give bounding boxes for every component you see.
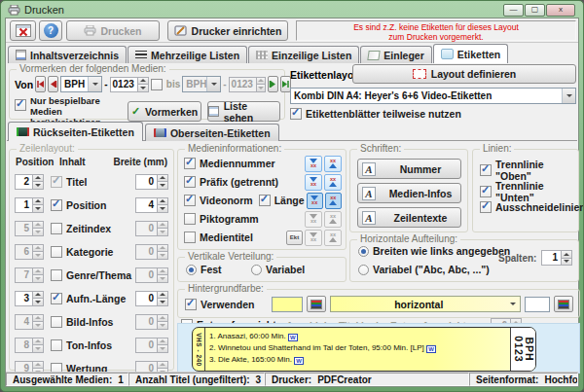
spin-up[interactable] — [157, 291, 168, 300]
first-medium-button[interactable] — [35, 76, 46, 92]
tab-inhaltsverzeichnis[interactable]: Inhaltsverzeichnis — [8, 46, 127, 63]
font-medien-infos-button[interactable]: A Medien-Infos — [357, 183, 461, 203]
spin-down[interactable] — [32, 182, 44, 190]
move-down-button[interactable]: xx — [305, 174, 322, 191]
move-up-button[interactable]: xx — [324, 174, 342, 191]
tab-etiketten[interactable]: Etiketten — [433, 44, 508, 63]
layout-definieren-button[interactable]: Layout definieren — [352, 64, 576, 84]
spin-up[interactable] — [32, 174, 44, 183]
move-up-button[interactable]: xx — [325, 193, 342, 209]
close-button[interactable]: x — [546, 4, 575, 17]
last-medium-button[interactable] — [280, 76, 291, 92]
spalten-spinner[interactable]: 1 — [541, 250, 572, 266]
vormerken-button[interactable]: ✓ Vormerken — [128, 101, 201, 122]
gradient-picker-button[interactable] — [307, 296, 326, 312]
spine-text: VHS - 240 — [196, 333, 202, 367]
spin-down[interactable] — [561, 259, 572, 267]
gradient-picker-button-2[interactable] — [554, 296, 573, 312]
position-spinner[interactable]: 2 — [15, 174, 44, 190]
spin-down[interactable] — [157, 299, 168, 306]
status-label: Drucker: — [272, 374, 311, 385]
zeitindex-checkbox[interactable]: Zeitindex — [51, 223, 135, 234]
praefix-checkbox[interactable]: Präfix (getrennt) — [184, 176, 303, 188]
zeilen-row-bild-infos: 4 Bild-Infos 0 — [15, 313, 168, 330]
checkbox-box — [151, 79, 163, 90]
dropdown-arrow-icon[interactable] — [562, 89, 575, 103]
dropdown-arrow-icon[interactable] — [88, 77, 101, 91]
spin-up[interactable] — [32, 197, 44, 206]
statusbar: Ausgewählte Medien: 1 Anzahl Titel (unge… — [6, 372, 578, 386]
genre-checkbox[interactable]: Genre/Thema — [51, 269, 135, 281]
radio-label: Variabel — [266, 264, 305, 275]
spin-up[interactable] — [157, 197, 168, 206]
move-down-button: xx — [305, 211, 322, 228]
move-down-button[interactable]: xx — [307, 193, 323, 209]
position-spinner[interactable]: 1 — [15, 197, 44, 213]
spin-down[interactable] — [157, 182, 168, 190]
move-down-button[interactable]: xx — [305, 156, 322, 172]
trennlinie-oben-checkbox[interactable]: Trennlinie "Oben" — [480, 159, 578, 182]
maximize-button[interactable]: ▢ — [525, 4, 545, 17]
variabel-radio[interactable]: Variabel — [251, 264, 305, 275]
partial-sheets-checkbox[interactable]: Etikettenblätter teilweise nutzen — [290, 108, 461, 120]
breiten-wie-links-radio[interactable]: Breiten wie links angegeben — [358, 245, 510, 257]
aufn-laenge-checkbox[interactable]: Aufn.-Länge — [51, 293, 135, 304]
bild-infos-checkbox[interactable]: Bild-Infos — [51, 316, 135, 328]
spin-down[interactable] — [157, 205, 168, 213]
liste-sehen-button[interactable]: Liste sehen — [207, 101, 280, 122]
prev-medium-button[interactable] — [48, 76, 58, 92]
tab-oberseiten-etiketten[interactable]: Oberseiten-Etiketten — [145, 124, 279, 141]
from-number-spinner[interactable]: 0123 — [110, 77, 149, 92]
kategorie-checkbox[interactable]: Kategorie — [51, 246, 135, 258]
media-range-row: Von BPH - 0123 bis BPH — [15, 76, 280, 92]
tab-mehrzeilige-listen[interactable]: Mehrzeilige Listen — [128, 46, 247, 63]
tab-rueckseiten-etiketten[interactable]: Rückseiten-Etiketten — [8, 122, 143, 141]
color-swatch-yellow[interactable] — [272, 297, 303, 312]
spin-down[interactable] — [137, 85, 149, 92]
spin-down[interactable] — [32, 299, 44, 306]
spin-up[interactable] — [137, 77, 149, 86]
spin-up[interactable] — [32, 291, 44, 300]
spin-down — [256, 85, 266, 92]
spin-down[interactable] — [32, 205, 44, 213]
medientitel-checkbox[interactable]: Medientitel — [184, 232, 284, 243]
font-zeilentexte-button[interactable]: A Zeilentexte — [357, 207, 461, 228]
position-checkbox[interactable]: Position — [51, 199, 135, 211]
breite-spinner[interactable]: 0 — [135, 291, 168, 306]
move-up-button[interactable]: xx — [324, 156, 342, 172]
spin-down — [157, 275, 168, 283]
tab-einleger[interactable]: Einleger — [360, 46, 431, 63]
verwenden-checkbox[interactable]: Verwenden — [185, 299, 254, 310]
range-dash: - — [104, 79, 107, 89]
fest-radio[interactable]: Fest — [186, 264, 222, 275]
help-button[interactable]: ? — [39, 20, 62, 41]
ekt-button[interactable]: Ekt — [286, 231, 303, 245]
font-nummer-button[interactable]: A Nummer — [357, 159, 461, 179]
bis-checkbox[interactable]: bis — [151, 79, 180, 90]
variabel-abc-radio[interactable]: Variabel ("Abc, Abc, ...") — [358, 264, 490, 275]
ausschneidelinien-checkbox[interactable]: Ausschneidelinien — [480, 201, 584, 213]
next-medium-button[interactable] — [268, 76, 278, 92]
from-prefix-combo[interactable]: BPH — [60, 76, 102, 92]
position-spinner[interactable]: 3 — [15, 291, 44, 306]
etikettenlayout-combo[interactable]: Kombi DIN A4: Heyer's 6+6 Video-Etikette… — [290, 88, 576, 104]
tab-label: Einleger — [383, 50, 423, 61]
ton-infos-checkbox[interactable]: Ton-Infos — [51, 339, 135, 351]
trennlinie-unten-checkbox[interactable]: Trennlinie "Unten" — [480, 180, 578, 203]
breite-spinner[interactable]: 0 — [135, 174, 168, 190]
dropdown-arrow-icon[interactable] — [506, 297, 520, 311]
piktogramm-checkbox[interactable]: Piktogramm — [184, 213, 303, 225]
medien-row-medientitel: Medientitel Ekt xx xx — [184, 229, 342, 246]
color-swatch-white[interactable] — [525, 297, 550, 312]
breite-spinner[interactable]: 4 — [135, 197, 168, 213]
gradient-direction-combo[interactable]: horizontal — [330, 296, 521, 312]
laenge-checkbox[interactable]: Länge — [259, 195, 305, 206]
spin-up[interactable] — [561, 250, 572, 259]
printer-setup-button[interactable]: Drucker einrichten — [167, 20, 288, 41]
spin-up[interactable] — [157, 174, 168, 183]
mediennummer-checkbox[interactable]: Mediennummer — [184, 158, 303, 169]
tab-einzeilige-listen[interactable]: Einzeilige Listen — [248, 46, 359, 63]
minimize-button[interactable]: — — [503, 4, 524, 17]
videonorm-checkbox[interactable]: Videonorm — [184, 195, 253, 206]
close-dialog-button[interactable] — [10, 20, 36, 41]
